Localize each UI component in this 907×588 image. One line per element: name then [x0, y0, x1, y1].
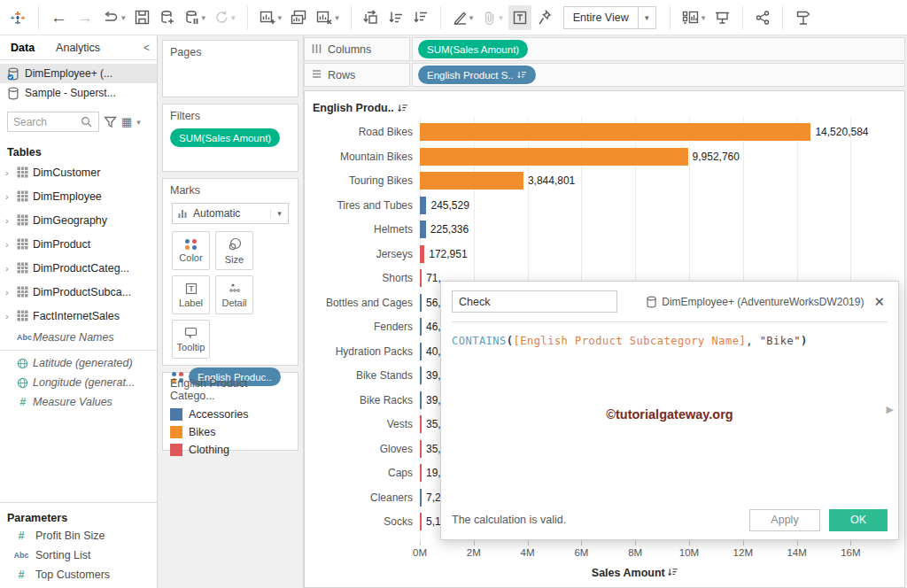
chart-bar[interactable] [420, 489, 422, 507]
parameter-row[interactable]: #Profit Bin Size [0, 526, 157, 545]
chart-bar[interactable] [420, 318, 422, 336]
show-me-panel-button[interactable] [791, 5, 816, 30]
mark-type-caret-icon[interactable]: ▾ [270, 209, 288, 218]
rows-shelf[interactable]: Rows English Product S.. [304, 63, 905, 87]
fit-selector-caret-icon[interactable]: ▾ [638, 7, 655, 28]
row-label[interactable]: Tires and Tubes [305, 199, 413, 212]
chart-bar[interactable] [420, 220, 426, 238]
x-axis-title[interactable]: Sales Amount [420, 567, 850, 579]
chart-bar[interactable] [420, 172, 523, 190]
chart-bar[interactable] [420, 513, 422, 530]
undo-button[interactable]: ← [47, 5, 71, 30]
columns-shelf[interactable]: Columns SUM(Sales Amount) [304, 37, 905, 61]
row-label[interactable]: Helmets [305, 223, 413, 236]
row-label[interactable]: Bottles and Cages [305, 297, 413, 309]
expand-chevron-icon[interactable]: › [5, 215, 12, 226]
chart-bar[interactable] [420, 440, 422, 458]
row-label[interactable]: Road Bikes [305, 126, 413, 138]
presentation-mode-button[interactable] [710, 5, 734, 30]
legend-item[interactable]: Accessories [170, 406, 291, 423]
tooltip-button[interactable]: Tooltip [172, 320, 210, 359]
expand-chevron-icon[interactable]: › [5, 263, 12, 274]
filters-card[interactable]: Filters SUM(Sales Amount) [162, 104, 298, 172]
swap-rows-columns-button[interactable] [360, 5, 383, 30]
clear-sheet-button[interactable]: ▾ [313, 5, 343, 30]
share-button[interactable] [751, 5, 774, 30]
row-label[interactable]: Gloves [305, 443, 413, 455]
row-label[interactable]: Hydration Packs [305, 345, 413, 358]
tab-analytics[interactable]: Analytics [45, 35, 111, 59]
chart-bar[interactable] [420, 415, 422, 433]
fit-selector[interactable]: Entire View ▾ [563, 6, 656, 29]
chart-bar[interactable] [420, 367, 422, 384]
pages-card[interactable]: Pages [162, 40, 298, 97]
fix-axes-button[interactable] [533, 5, 556, 30]
new-data-source-button[interactable] [156, 5, 179, 30]
color-button[interactable]: Color [172, 231, 210, 270]
row-label[interactable]: Bike Stands [305, 369, 413, 382]
expand-chevron-icon[interactable]: › [5, 191, 12, 202]
marks-card[interactable]: Marks Automatic ▾ ColorSizeLabelDetailTo… [162, 178, 298, 366]
parameter-row[interactable]: AbcSorting List [0, 545, 157, 565]
datasource-item[interactable]: Sample - Superst... [0, 83, 157, 103]
sort-icon[interactable] [398, 104, 408, 113]
row-field-header[interactable]: English Produ.. [313, 102, 408, 114]
row-label[interactable]: Vests [305, 418, 413, 430]
row-label[interactable]: Bike Racks [305, 394, 413, 406]
field-row[interactable]: AbcMeasure Names [0, 328, 157, 347]
show-mark-labels-button[interactable] [508, 5, 531, 30]
columns-pill-sum-sales[interactable]: SUM(Sales Amount) [418, 40, 528, 58]
field-row[interactable]: Latitude (generated) [0, 353, 157, 373]
size-button[interactable]: Size [215, 231, 253, 270]
duplicate-sheet-button[interactable] [287, 5, 311, 30]
row-label[interactable]: Fenders [305, 321, 413, 333]
close-icon[interactable]: ✕ [871, 294, 888, 310]
apply-button[interactable]: Apply [749, 509, 820, 531]
search-input[interactable] [13, 116, 81, 128]
group-members-button[interactable]: ▾ [478, 5, 507, 30]
label-button[interactable]: Label [172, 275, 210, 314]
legend-item[interactable]: Clothing [170, 441, 291, 459]
parameter-row[interactable]: #Top Customers [0, 565, 157, 584]
tab-data[interactable]: Data [0, 35, 45, 59]
search-input-wrap[interactable] [7, 112, 99, 132]
color-legend-card[interactable]: English Product Catego... AccessoriesBik… [162, 372, 298, 451]
field-row[interactable]: ›DimProductSubca... [0, 280, 157, 304]
replay-button[interactable]: ▾ [98, 5, 129, 30]
filter-pill-sales-amount[interactable]: SUM(Sales Amount) [170, 128, 280, 147]
refresh-button[interactable]: ▾ [211, 5, 239, 30]
expand-chevron-icon[interactable]: › [5, 167, 12, 178]
row-label[interactable]: Jerseys [305, 248, 413, 260]
collapse-pane-icon[interactable]: < [136, 42, 157, 54]
filter-fields-icon[interactable] [104, 116, 117, 128]
field-row[interactable]: ›DimProduct [0, 232, 157, 256]
row-label[interactable]: Touring Bikes [305, 174, 413, 187]
expand-chevron-icon[interactable]: › [5, 239, 12, 250]
row-label[interactable]: Mountain Bikes [305, 151, 413, 163]
mark-type-dropdown[interactable]: Automatic ▾ [172, 203, 289, 224]
sort-descending-button[interactable] [409, 5, 432, 30]
field-row[interactable]: ›DimEmployee [0, 184, 157, 208]
row-label[interactable]: Shorts [305, 272, 413, 284]
chart-bar[interactable] [420, 294, 422, 312]
field-row[interactable]: ›DimCustomer [0, 160, 157, 184]
sort-ascending-button[interactable] [384, 5, 407, 30]
chart-bar[interactable] [420, 123, 810, 141]
legend-item[interactable]: Bikes [170, 423, 291, 441]
field-row[interactable]: ›FactInternetSales [0, 304, 157, 328]
chart-bar[interactable] [420, 343, 422, 360]
field-row[interactable]: #Measure Values [0, 392, 157, 412]
calculation-name-input[interactable] [452, 290, 617, 313]
show-me-cards-button[interactable]: ▾ [678, 5, 709, 30]
chart-bar[interactable] [420, 197, 426, 214]
chart-bar[interactable] [420, 464, 422, 482]
field-row[interactable]: ›DimGeography [0, 208, 157, 232]
new-worksheet-button[interactable]: ▾ [256, 5, 286, 30]
highlight-button[interactable]: ▾ [449, 5, 477, 30]
view-options-caret-icon[interactable]: ▾ [136, 118, 141, 127]
save-button[interactable] [131, 5, 154, 30]
row-label[interactable]: Cleaners [305, 491, 413, 504]
field-row[interactable]: ›DimProductCateg... [0, 256, 157, 280]
chart-bar[interactable] [420, 148, 688, 166]
ok-button[interactable]: OK [829, 509, 888, 531]
